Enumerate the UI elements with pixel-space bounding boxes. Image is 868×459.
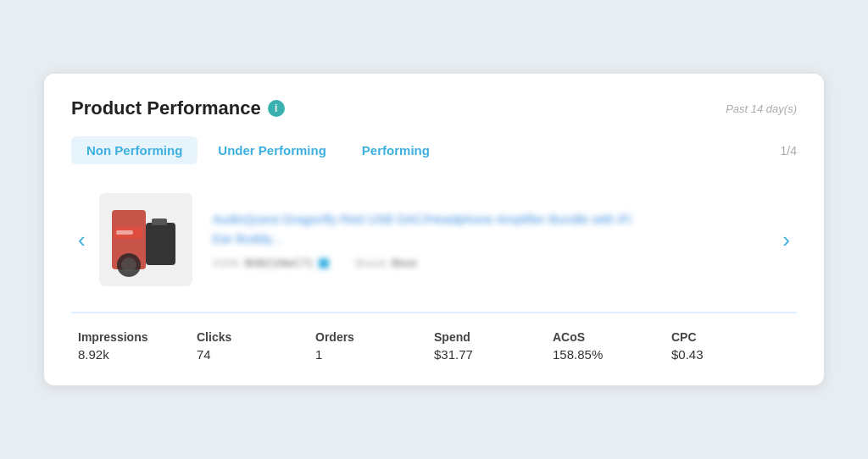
metric-spend-label: Spend bbox=[434, 330, 553, 344]
tabs-row: Non Performing Under Performing Performi… bbox=[71, 136, 797, 164]
product-image-area bbox=[99, 193, 192, 286]
next-button[interactable]: › bbox=[776, 229, 797, 251]
metric-clicks-label: Clicks bbox=[197, 330, 315, 344]
edit-icon[interactable] bbox=[319, 258, 329, 268]
metric-orders: Orders 1 bbox=[315, 330, 434, 362]
prev-button[interactable]: ‹ bbox=[71, 229, 92, 251]
metric-acos: ACoS 158.85% bbox=[553, 330, 671, 362]
brand-value: Bloot bbox=[392, 257, 417, 269]
metric-orders-value: 1 bbox=[315, 347, 434, 362]
asin-value: B0B21MeC71 bbox=[245, 257, 314, 269]
svg-rect-2 bbox=[146, 223, 175, 265]
card-title: Product Performance bbox=[71, 97, 261, 119]
metric-cpc-label: CPC bbox=[671, 330, 790, 344]
metric-spend: Spend $31.77 bbox=[434, 330, 553, 362]
date-label: Past 14 day(s) bbox=[726, 102, 797, 115]
metric-acos-value: 158.85% bbox=[553, 347, 671, 362]
card-title-area: Product Performance i bbox=[71, 97, 285, 119]
metric-acos-label: ACoS bbox=[553, 330, 671, 344]
brand-label: Brand: bbox=[356, 257, 388, 269]
product-performance-card: Product Performance i Past 14 day(s) Non… bbox=[44, 74, 824, 385]
tabs-container: Non Performing Under Performing Performi… bbox=[71, 136, 445, 164]
product-image bbox=[99, 193, 192, 286]
svg-point-5 bbox=[121, 257, 136, 273]
tab-under-performing[interactable]: Under Performing bbox=[203, 136, 342, 164]
metric-impressions: Impressions 8.92k bbox=[78, 330, 197, 362]
svg-rect-3 bbox=[152, 218, 167, 225]
metric-cpc-value: $0.43 bbox=[671, 347, 790, 362]
metrics-row: Impressions 8.92k Clicks 74 Orders 1 Spe… bbox=[71, 330, 797, 362]
svg-rect-7 bbox=[116, 230, 133, 235]
product-info: AudioQuest Dragonfly Red USB DAC/Headpho… bbox=[213, 210, 770, 269]
card-header: Product Performance i Past 14 day(s) bbox=[71, 97, 797, 119]
product-title[interactable]: AudioQuest Dragonfly Red USB DAC/Headpho… bbox=[213, 210, 637, 248]
tab-non-performing[interactable]: Non Performing bbox=[71, 136, 198, 164]
product-asin: ASIN: B0B21MeC71 bbox=[213, 257, 329, 269]
tab-performing[interactable]: Performing bbox=[347, 136, 445, 164]
info-icon[interactable]: i bbox=[268, 100, 285, 117]
divider bbox=[71, 312, 797, 313]
metric-clicks-value: 74 bbox=[197, 347, 315, 362]
pagination-display: 1/4 bbox=[781, 144, 797, 158]
metric-orders-label: Orders bbox=[315, 330, 434, 344]
metric-impressions-value: 8.92k bbox=[78, 347, 197, 362]
product-brand: Brand: Bloot bbox=[356, 257, 417, 269]
asin-label: ASIN: bbox=[213, 257, 242, 269]
product-content: AudioQuest Dragonfly Red USB DAC/Headpho… bbox=[92, 193, 776, 286]
product-area: ‹ bbox=[71, 185, 797, 295]
metric-clicks: Clicks 74 bbox=[197, 330, 315, 362]
metric-cpc: CPC $0.43 bbox=[671, 330, 790, 362]
metric-spend-value: $31.77 bbox=[434, 347, 553, 362]
product-meta: ASIN: B0B21MeC71 Brand: Bloot bbox=[213, 257, 770, 269]
metric-impressions-label: Impressions bbox=[78, 330, 197, 344]
